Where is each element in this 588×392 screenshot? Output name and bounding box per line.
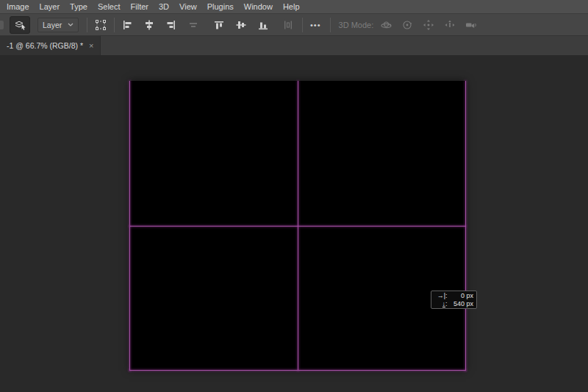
guide-horizontal-bottom[interactable]: [129, 370, 466, 371]
align-horizontal-centers-button[interactable]: [143, 18, 156, 32]
align-horizontal-centers-icon: [143, 19, 155, 31]
transform-controls-icon: [95, 19, 107, 31]
align-right-edges-button[interactable]: [165, 18, 178, 32]
tool-options-bar: Layer: [0, 14, 588, 36]
3d-orbit-icon: [380, 19, 392, 31]
align-bottom-edges-icon: [257, 19, 269, 31]
menu-item-image[interactable]: Image: [1, 0, 35, 13]
menu-item-filter[interactable]: Filter: [126, 0, 154, 13]
align-right-edges-icon: [165, 19, 177, 31]
menu-item-plugins[interactable]: Plugins: [202, 0, 239, 13]
y-distance-value: 540 px: [448, 300, 473, 308]
measurement-tooltip: →| : 0 px ↓ : 540 px: [431, 291, 477, 309]
toolbar-edge-fragment: [0, 21, 4, 29]
align-vertical-centers-icon: [235, 19, 247, 31]
distribute-spacing-button[interactable]: [282, 18, 295, 32]
move-tool-button[interactable]: [10, 16, 30, 34]
menu-bar: Image Layer Type Select Filter 3D View P…: [0, 0, 588, 14]
3d-dolly-button[interactable]: [465, 18, 478, 32]
align-left-edges-icon: [121, 19, 133, 31]
align-bottom-edges-button[interactable]: [257, 18, 270, 32]
3d-slide-button[interactable]: [443, 18, 456, 32]
distribute-spacing-icon: [282, 19, 294, 31]
document-tab-title: -1 @ 66.7% (RGB/8) *: [7, 41, 83, 50]
show-transform-controls-button[interactable]: [94, 18, 107, 32]
document-tab[interactable]: -1 @ 66.7% (RGB/8) * ×: [0, 36, 101, 55]
align-top-edges-icon: [213, 19, 225, 31]
separator: [302, 18, 303, 32]
menu-item-type[interactable]: Type: [65, 0, 93, 13]
move-tool-icon: [14, 19, 26, 31]
measurement-row-y: ↓ : 540 px: [434, 300, 473, 308]
3d-orbit-button[interactable]: [379, 18, 392, 32]
3d-pan-icon: [423, 19, 434, 31]
auto-select-value: Layer: [43, 21, 62, 29]
document-tab-bar: -1 @ 66.7% (RGB/8) * ×: [0, 36, 588, 55]
distribute-horizontal-centers-button[interactable]: [187, 18, 200, 32]
pasteboard: →| : 0 px ↓ : 540 px: [0, 55, 588, 392]
separator: [330, 18, 331, 32]
canvas[interactable]: [129, 81, 466, 371]
3d-mode-label: 3D Mode:: [339, 21, 374, 29]
menu-item-3d[interactable]: 3D: [154, 0, 174, 13]
align-top-edges-button[interactable]: [212, 18, 226, 32]
measurement-row-x: →| : 0 px: [434, 292, 473, 300]
close-icon[interactable]: ×: [89, 42, 93, 49]
x-distance-value: 0 px: [448, 292, 473, 300]
menu-item-layer[interactable]: Layer: [35, 0, 65, 13]
horizontal-distance-icon: →|: [434, 292, 445, 300]
menu-item-window[interactable]: Window: [239, 0, 278, 13]
chevron-down-icon: [68, 23, 74, 26]
3d-slide-icon: [444, 19, 456, 31]
guide-horizontal-middle[interactable]: [129, 226, 466, 227]
align-left-edges-button[interactable]: [121, 18, 134, 32]
3d-pan-button[interactable]: [422, 18, 435, 32]
menu-item-help[interactable]: Help: [278, 0, 305, 13]
distribute-horizontal-centers-icon: [187, 19, 199, 31]
align-vertical-centers-button[interactable]: [234, 18, 248, 32]
3d-roll-button[interactable]: [401, 18, 414, 32]
menu-item-select[interactable]: Select: [93, 0, 126, 13]
more-options-button[interactable]: •••: [307, 21, 324, 29]
separator: [114, 18, 115, 32]
3d-dolly-camera-icon: [465, 19, 478, 31]
3d-roll-icon: [401, 19, 413, 31]
menu-item-view[interactable]: View: [174, 0, 202, 13]
auto-select-dropdown[interactable]: Layer: [37, 18, 79, 32]
separator: [87, 18, 87, 32]
